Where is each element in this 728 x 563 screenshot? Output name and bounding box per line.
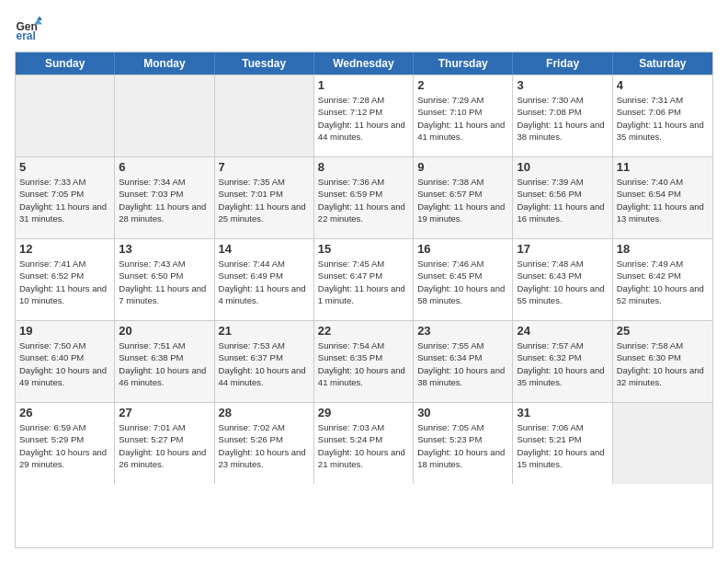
day-number: 7 bbox=[219, 160, 310, 174]
logo: Gen eral bbox=[15, 15, 46, 42]
day-info: Sunrise: 7:03 AM Sunset: 5:24 PM Dayligh… bbox=[318, 421, 409, 470]
calendar-week-4: 19Sunrise: 7:50 AM Sunset: 6:40 PM Dayli… bbox=[16, 320, 712, 402]
calendar-header: SundayMondayTuesdayWednesdayThursdayFrid… bbox=[16, 52, 712, 75]
day-cell-22: 22Sunrise: 7:54 AM Sunset: 6:35 PM Dayli… bbox=[314, 321, 414, 402]
day-info: Sunrise: 7:33 AM Sunset: 7:05 PM Dayligh… bbox=[19, 176, 110, 224]
day-number: 1 bbox=[318, 78, 409, 92]
day-info: Sunrise: 6:59 AM Sunset: 5:29 PM Dayligh… bbox=[19, 421, 110, 470]
empty-cell bbox=[115, 75, 214, 156]
day-cell-15: 15Sunrise: 7:45 AM Sunset: 6:47 PM Dayli… bbox=[314, 239, 414, 320]
day-cell-20: 20Sunrise: 7:51 AM Sunset: 6:38 PM Dayli… bbox=[115, 321, 214, 402]
day-number: 24 bbox=[517, 324, 608, 338]
day-cell-31: 31Sunrise: 7:06 AM Sunset: 5:21 PM Dayli… bbox=[513, 403, 612, 484]
day-number: 9 bbox=[417, 160, 508, 174]
day-cell-1: 1Sunrise: 7:28 AM Sunset: 7:12 PM Daylig… bbox=[314, 75, 414, 156]
day-info: Sunrise: 7:39 AM Sunset: 6:56 PM Dayligh… bbox=[517, 176, 608, 224]
day-cell-2: 2Sunrise: 7:29 AM Sunset: 7:10 PM Daylig… bbox=[414, 75, 513, 156]
header-day-tuesday: Tuesday bbox=[215, 52, 314, 75]
day-info: Sunrise: 7:48 AM Sunset: 6:43 PM Dayligh… bbox=[517, 258, 608, 306]
header-day-saturday: Saturday bbox=[613, 52, 712, 75]
day-cell-25: 25Sunrise: 7:58 AM Sunset: 6:30 PM Dayli… bbox=[613, 321, 712, 402]
header: Gen eral bbox=[15, 15, 713, 42]
calendar-week-3: 12Sunrise: 7:41 AM Sunset: 6:52 PM Dayli… bbox=[16, 238, 712, 320]
day-info: Sunrise: 7:54 AM Sunset: 6:35 PM Dayligh… bbox=[318, 339, 409, 388]
day-cell-10: 10Sunrise: 7:39 AM Sunset: 6:56 PM Dayli… bbox=[513, 157, 612, 238]
empty-cell bbox=[16, 75, 115, 156]
header-day-friday: Friday bbox=[513, 52, 612, 75]
day-cell-7: 7Sunrise: 7:35 AM Sunset: 7:01 PM Daylig… bbox=[215, 157, 314, 238]
day-info: Sunrise: 7:40 AM Sunset: 6:54 PM Dayligh… bbox=[617, 176, 709, 224]
day-info: Sunrise: 7:06 AM Sunset: 5:21 PM Dayligh… bbox=[517, 421, 608, 470]
day-cell-28: 28Sunrise: 7:02 AM Sunset: 5:26 PM Dayli… bbox=[215, 403, 314, 484]
day-info: Sunrise: 7:01 AM Sunset: 5:27 PM Dayligh… bbox=[119, 421, 210, 470]
day-info: Sunrise: 7:49 AM Sunset: 6:42 PM Dayligh… bbox=[617, 258, 709, 306]
day-number: 6 bbox=[119, 160, 210, 174]
day-number: 2 bbox=[417, 78, 508, 92]
day-number: 4 bbox=[617, 78, 709, 92]
day-number: 26 bbox=[19, 406, 110, 419]
day-info: Sunrise: 7:38 AM Sunset: 6:57 PM Dayligh… bbox=[417, 176, 508, 224]
day-number: 15 bbox=[318, 242, 409, 256]
day-info: Sunrise: 7:46 AM Sunset: 6:45 PM Dayligh… bbox=[417, 258, 508, 306]
day-number: 3 bbox=[517, 78, 608, 92]
day-number: 19 bbox=[19, 324, 110, 338]
day-number: 20 bbox=[119, 324, 210, 338]
day-cell-12: 12Sunrise: 7:41 AM Sunset: 6:52 PM Dayli… bbox=[16, 239, 115, 320]
day-info: Sunrise: 7:35 AM Sunset: 7:01 PM Dayligh… bbox=[219, 176, 310, 224]
day-number: 23 bbox=[417, 324, 508, 338]
calendar-week-5: 26Sunrise: 6:59 AM Sunset: 5:29 PM Dayli… bbox=[16, 402, 712, 484]
day-info: Sunrise: 7:41 AM Sunset: 6:52 PM Dayligh… bbox=[19, 258, 110, 306]
day-number: 11 bbox=[617, 160, 709, 174]
day-cell-4: 4Sunrise: 7:31 AM Sunset: 7:06 PM Daylig… bbox=[613, 75, 712, 156]
day-cell-24: 24Sunrise: 7:57 AM Sunset: 6:32 PM Dayli… bbox=[513, 321, 612, 402]
day-cell-29: 29Sunrise: 7:03 AM Sunset: 5:24 PM Dayli… bbox=[314, 403, 414, 484]
day-info: Sunrise: 7:05 AM Sunset: 5:23 PM Dayligh… bbox=[417, 421, 508, 470]
day-info: Sunrise: 7:44 AM Sunset: 6:49 PM Dayligh… bbox=[219, 258, 310, 306]
logo-icon: Gen eral bbox=[15, 15, 42, 42]
day-number: 17 bbox=[517, 242, 608, 256]
day-cell-9: 9Sunrise: 7:38 AM Sunset: 6:57 PM Daylig… bbox=[414, 157, 513, 238]
day-cell-21: 21Sunrise: 7:53 AM Sunset: 6:37 PM Dayli… bbox=[215, 321, 314, 402]
day-number: 22 bbox=[318, 324, 409, 338]
day-cell-17: 17Sunrise: 7:48 AM Sunset: 6:43 PM Dayli… bbox=[513, 239, 612, 320]
header-day-wednesday: Wednesday bbox=[314, 52, 414, 75]
header-day-monday: Monday bbox=[115, 52, 214, 75]
day-number: 28 bbox=[219, 406, 310, 419]
day-number: 10 bbox=[517, 160, 608, 174]
day-info: Sunrise: 7:29 AM Sunset: 7:10 PM Dayligh… bbox=[417, 94, 508, 143]
day-info: Sunrise: 7:45 AM Sunset: 6:47 PM Dayligh… bbox=[318, 258, 409, 306]
day-info: Sunrise: 7:34 AM Sunset: 7:03 PM Dayligh… bbox=[119, 176, 210, 224]
day-number: 18 bbox=[617, 242, 709, 256]
day-info: Sunrise: 7:43 AM Sunset: 6:50 PM Dayligh… bbox=[119, 258, 210, 306]
day-cell-18: 18Sunrise: 7:49 AM Sunset: 6:42 PM Dayli… bbox=[613, 239, 712, 320]
day-info: Sunrise: 7:55 AM Sunset: 6:34 PM Dayligh… bbox=[417, 339, 508, 388]
day-number: 30 bbox=[417, 406, 508, 419]
day-number: 25 bbox=[617, 324, 709, 338]
day-number: 13 bbox=[119, 242, 210, 256]
header-day-sunday: Sunday bbox=[16, 52, 115, 75]
empty-cell bbox=[215, 75, 314, 156]
day-cell-11: 11Sunrise: 7:40 AM Sunset: 6:54 PM Dayli… bbox=[613, 157, 712, 238]
calendar: SundayMondayTuesdayWednesdayThursdayFrid… bbox=[15, 52, 713, 548]
day-number: 5 bbox=[19, 160, 110, 174]
header-day-thursday: Thursday bbox=[414, 52, 513, 75]
calendar-week-2: 5Sunrise: 7:33 AM Sunset: 7:05 PM Daylig… bbox=[16, 156, 712, 238]
day-cell-23: 23Sunrise: 7:55 AM Sunset: 6:34 PM Dayli… bbox=[414, 321, 513, 402]
day-info: Sunrise: 7:57 AM Sunset: 6:32 PM Dayligh… bbox=[517, 339, 608, 388]
day-info: Sunrise: 7:36 AM Sunset: 6:59 PM Dayligh… bbox=[318, 176, 409, 224]
calendar-body: 1Sunrise: 7:28 AM Sunset: 7:12 PM Daylig… bbox=[16, 75, 712, 484]
day-cell-27: 27Sunrise: 7:01 AM Sunset: 5:27 PM Dayli… bbox=[115, 403, 214, 484]
empty-cell bbox=[613, 403, 712, 484]
day-cell-8: 8Sunrise: 7:36 AM Sunset: 6:59 PM Daylig… bbox=[314, 157, 414, 238]
svg-text:eral: eral bbox=[17, 29, 36, 42]
day-cell-30: 30Sunrise: 7:05 AM Sunset: 5:23 PM Dayli… bbox=[414, 403, 513, 484]
day-cell-5: 5Sunrise: 7:33 AM Sunset: 7:05 PM Daylig… bbox=[16, 157, 115, 238]
day-number: 12 bbox=[19, 242, 110, 256]
day-info: Sunrise: 7:51 AM Sunset: 6:38 PM Dayligh… bbox=[119, 339, 210, 388]
day-cell-19: 19Sunrise: 7:50 AM Sunset: 6:40 PM Dayli… bbox=[16, 321, 115, 402]
day-cell-3: 3Sunrise: 7:30 AM Sunset: 7:08 PM Daylig… bbox=[513, 75, 612, 156]
day-cell-16: 16Sunrise: 7:46 AM Sunset: 6:45 PM Dayli… bbox=[414, 239, 513, 320]
day-number: 16 bbox=[417, 242, 508, 256]
calendar-page: Gen eral SundayMondayTuesdayWednesdayThu… bbox=[0, 0, 728, 563]
calendar-week-1: 1Sunrise: 7:28 AM Sunset: 7:12 PM Daylig… bbox=[16, 75, 712, 156]
